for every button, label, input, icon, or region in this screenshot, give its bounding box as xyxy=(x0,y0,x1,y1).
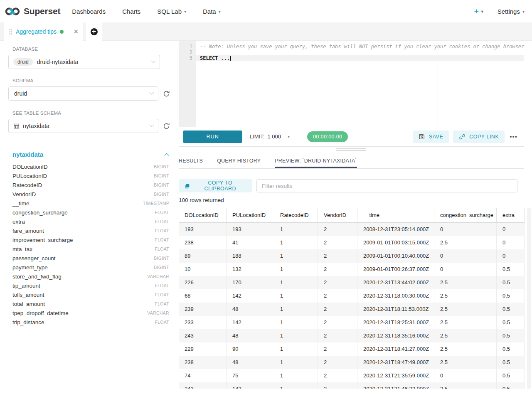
schema-column-row[interactable]: extraFLOAT xyxy=(12,217,169,226)
column-name: tip_amount xyxy=(12,283,40,289)
save-button[interactable]: SAVE xyxy=(413,131,449,143)
schema-column-row[interactable]: fare_amountFLOAT xyxy=(12,226,169,235)
grid-cell: 226 xyxy=(179,276,227,289)
grid-row[interactable]: 23841122009-01-01T00:03:15.000Z2.50 xyxy=(179,236,525,249)
editor-line[interactable]: 2 xyxy=(179,49,524,55)
run-button[interactable]: RUN xyxy=(183,131,242,143)
copy-link-button[interactable]: COPY LINK xyxy=(453,131,505,143)
grid-row[interactable]: 7475122020-12-31T21:35:59.000Z00.5 xyxy=(179,369,525,382)
nav-item-dashboards[interactable]: Dashboards xyxy=(72,8,106,15)
schema-column-row[interactable]: tip_amountFLOAT xyxy=(12,281,169,290)
grid-row[interactable]: 89188122009-01-01T00:10:40.000Z00 xyxy=(179,249,525,263)
grid-header-cell[interactable]: __time xyxy=(357,208,434,222)
drag-handle-icon[interactable] xyxy=(9,29,12,34)
schema-column-row[interactable]: total_amountFLOAT xyxy=(12,299,169,308)
nav-item-data[interactable]: Data▾ xyxy=(203,8,221,15)
chevron-down-icon xyxy=(149,123,154,127)
schema-column-row[interactable]: payment_typeBIGINT xyxy=(12,263,169,272)
grid-row[interactable]: 243142122020-12-31T21:46:22.000Z2.50.5 xyxy=(179,382,525,389)
query-tab-bar: Aggregated tips × xyxy=(0,22,532,41)
grid-header-cell[interactable]: congestion_surcharge xyxy=(434,208,497,222)
results-tab-results[interactable]: RESULTS xyxy=(179,153,203,168)
grid-header-cell[interactable]: DOLocationID xyxy=(179,208,227,222)
collapse-chevron-up-icon[interactable] xyxy=(164,153,169,158)
new-item-menu[interactable]: + ▾ xyxy=(474,7,483,16)
nav-item-label: Data xyxy=(203,8,216,15)
table-select[interactable]: nytaxidata xyxy=(8,119,158,133)
grid-scrollbar[interactable] xyxy=(527,208,531,389)
grid-row[interactable]: 226170122020-12-31T13:44:02.000Z2.50.5 xyxy=(179,276,525,289)
grid-row[interactable]: 10132122009-01-01T00:26:37.000Z00.5 xyxy=(179,263,525,276)
sql-editor[interactable]: 1-- Note: Unless you save your query, th… xyxy=(179,41,524,127)
schema-column-row[interactable]: trip_distanceFLOAT xyxy=(12,318,169,327)
editor-lines: 1-- Note: Unless you save your query, th… xyxy=(179,44,524,61)
schema-value: druid xyxy=(14,90,27,97)
grid-cell: 233 xyxy=(179,316,227,329)
grid-cell: 2.5 xyxy=(434,356,497,369)
grid-row[interactable]: 233142122020-12-31T18:25:31.000Z2.50.5 xyxy=(179,316,525,329)
caret-down-icon: ▾ xyxy=(522,9,525,14)
grid-cell: 0 xyxy=(434,369,497,382)
more-actions-button[interactable]: ••• xyxy=(510,133,517,140)
tab-aggregated-tips[interactable]: Aggregated tips × xyxy=(4,22,83,41)
grid-header-cell[interactable]: extra xyxy=(497,208,525,222)
schema-column-row[interactable]: __timeTIMESTAMP xyxy=(12,199,169,208)
schema-select[interactable]: druid xyxy=(8,86,158,101)
nav-item-label: SQL Lab xyxy=(157,8,182,15)
panel-resize-handle[interactable] xyxy=(179,147,524,152)
grid-row[interactable]: 193193122008-12-31T23:05:14.000Z00 xyxy=(179,223,525,236)
limit-dropdown[interactable]: LIMIT: 1 000 ▾ xyxy=(250,133,290,140)
save-floppy-icon xyxy=(419,133,425,140)
column-type: FLOAT xyxy=(155,301,169,306)
table-schema-title[interactable]: nytaxidata xyxy=(12,151,43,158)
grid-cell: 75 xyxy=(227,369,274,382)
filter-results-input[interactable] xyxy=(256,179,517,192)
schema-column-row[interactable]: improvement_surchargeFLOAT xyxy=(12,235,169,244)
grid-cell: 0 xyxy=(434,263,497,276)
copy-to-clipboard-button[interactable]: COPY TO CLIPBOARD xyxy=(179,179,252,192)
nav-item-charts[interactable]: Charts xyxy=(122,8,140,15)
superset-logo[interactable]: Superset xyxy=(5,6,60,16)
grid-cell: 0 xyxy=(434,249,497,263)
schema-column-row[interactable]: VendorIDBIGINT xyxy=(12,190,169,199)
results-tab-bar: RESULTSQUERY HISTORYPREVIEW: `DRUID-NYTA… xyxy=(179,153,524,169)
grid-cell: 1 xyxy=(274,382,318,389)
caret-down-icon: ▾ xyxy=(184,9,186,14)
grid-cell: 2020-12-31T21:46:22.000Z xyxy=(357,382,434,389)
database-select[interactable]: druid druid-nytaxidata xyxy=(8,55,160,69)
tab-label: Aggregated tips xyxy=(16,28,57,35)
schema-column-row[interactable]: RatecodeIDBIGINT xyxy=(12,180,169,190)
column-type: FLOAT xyxy=(155,283,169,288)
editor-line[interactable]: 3SELECT ... xyxy=(179,55,524,61)
add-tab-button[interactable] xyxy=(86,22,102,41)
schema-column-row[interactable]: tolls_amountFLOAT xyxy=(12,290,169,299)
grid-cell: 1 xyxy=(274,342,318,356)
schema-column-row[interactable]: DOLocationIDBIGINT xyxy=(12,162,169,171)
schema-column-row[interactable]: store_and_fwd_flagVARCHAR xyxy=(12,272,169,281)
results-tab-query-history[interactable]: QUERY HISTORY xyxy=(217,153,261,168)
results-tab-preview[interactable]: PREVIEW: `DRUID-NYTAXIDATA` xyxy=(275,153,357,168)
grid-row[interactable]: 23948122020-12-31T18:11:53.000Z2.50.5 xyxy=(179,303,525,316)
editor-line[interactable]: 1-- Note: Unless you save your query, th… xyxy=(179,44,524,49)
grid-row[interactable]: 24348122020-12-31T18:35:16.000Z2.50.5 xyxy=(179,329,525,342)
nav-item-sql-lab[interactable]: SQL Lab▾ xyxy=(157,8,186,15)
schema-column-row[interactable]: PULocationIDBIGINT xyxy=(12,171,169,180)
grid-header-cell[interactable]: VendorID xyxy=(318,208,357,222)
grid-row[interactable]: 22990122020-12-31T18:41:27.000Z2.50.5 xyxy=(179,342,525,356)
grid-cell: 2.5 xyxy=(434,316,497,329)
grid-header-cell[interactable]: RatecodeID xyxy=(274,208,318,222)
schema-column-row[interactable]: mta_taxFLOAT xyxy=(12,244,169,254)
close-tab-icon[interactable]: × xyxy=(74,28,78,35)
grid-header-cell[interactable]: PULocationID xyxy=(227,208,274,222)
grid-row[interactable]: 23848122020-12-31T18:47:49.000Z2.50.5 xyxy=(179,356,525,369)
refresh-schema-button[interactable] xyxy=(163,90,170,98)
schema-column-row[interactable]: congestion_surchargeFLOAT xyxy=(12,208,169,217)
grid-cell: 2020-12-31T18:47:49.000Z xyxy=(357,356,434,369)
schema-column-row[interactable]: passenger_countBIGINT xyxy=(12,254,169,263)
limit-label: LIMIT: xyxy=(250,133,264,140)
schema-column-row[interactable]: tpep_dropoff_datetimeVARCHAR xyxy=(12,308,169,318)
settings-menu[interactable]: Settings ▾ xyxy=(498,8,525,15)
grid-row[interactable]: 68142122020-12-31T18:00:30.000Z2.50.5 xyxy=(179,289,525,303)
refresh-table-button[interactable] xyxy=(163,122,170,130)
column-type: TIMESTAMP xyxy=(143,201,169,206)
